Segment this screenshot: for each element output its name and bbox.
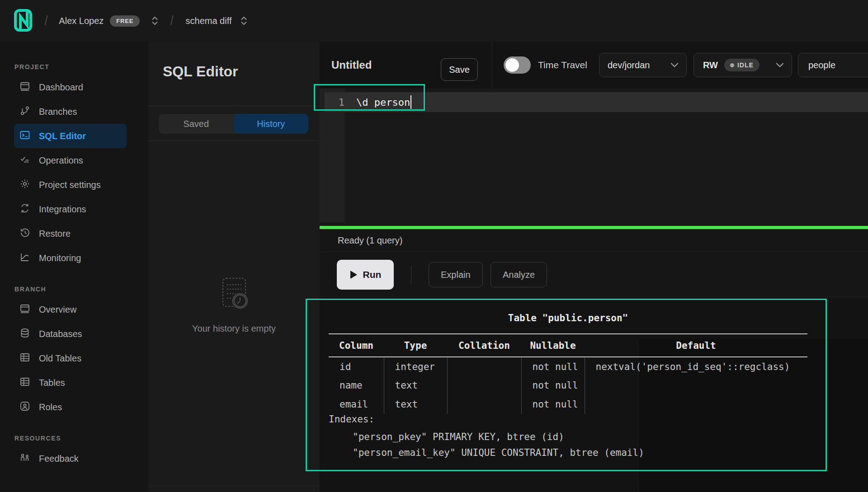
sidebar-nav: PROJECT Dashboard Branches SQL Editor Op… xyxy=(0,42,148,492)
sidebar-item-label: Tables xyxy=(39,378,65,388)
tab-history[interactable]: History xyxy=(234,114,309,134)
column-header: Column xyxy=(329,334,384,357)
query-success-bar xyxy=(320,226,868,229)
cell-default: nextval('person_id_seq'::regclass) xyxy=(585,357,807,376)
run-button[interactable]: Run xyxy=(337,260,394,290)
sidebar-section-branch: BRANCH xyxy=(0,286,148,293)
sql-editor-icon xyxy=(19,130,30,142)
neon-console: / Alex Lopez FREE / schema diff PROJECT … xyxy=(0,0,868,492)
database-select[interactable]: people xyxy=(798,53,868,77)
overview-icon xyxy=(19,303,30,316)
sidebar-item-operations[interactable]: Operations xyxy=(14,148,127,173)
sidebar-item-label: Roles xyxy=(39,402,62,412)
sidebar-item-label: Project settings xyxy=(39,180,101,190)
analyze-button[interactable]: Analyze xyxy=(491,262,547,287)
compute-type: RW xyxy=(703,60,718,70)
chevron-down-icon xyxy=(670,62,679,68)
sidebar-item-feedback[interactable]: Feedback xyxy=(14,446,127,471)
sidebar-item-monitoring[interactable]: Monitoring xyxy=(14,246,127,270)
sidebar-item-overview[interactable]: Overview xyxy=(14,297,127,322)
cell-collation xyxy=(447,395,521,414)
cell-collation xyxy=(447,357,521,376)
tabs-row: Saved History xyxy=(148,106,320,141)
database-icon xyxy=(19,328,30,340)
cell-default xyxy=(585,395,807,414)
branch-switcher-chevrons-icon[interactable] xyxy=(241,15,247,26)
sidebar-item-sql-editor[interactable]: SQL Editor xyxy=(14,124,127,148)
code-text: \d person xyxy=(356,97,410,108)
cell-type: text xyxy=(384,395,447,414)
saved-history-tab-group: Saved History xyxy=(159,114,308,134)
sidebar-item-databases[interactable]: Databases xyxy=(14,322,127,346)
breadcrumb-separator: / xyxy=(45,13,48,28)
editor-header: Untitled Save Time Travel dev/jordan RW … xyxy=(320,42,868,89)
integrations-icon xyxy=(19,203,30,216)
sidebar-item-label: Integrations xyxy=(39,204,86,215)
sidebar-item-label: Dashboard xyxy=(39,82,83,93)
save-button[interactable]: Save xyxy=(441,58,478,81)
toggle-knob xyxy=(505,58,519,72)
sidebar-item-dashboard[interactable]: Dashboard xyxy=(14,75,127,99)
explain-button[interactable]: Explain xyxy=(429,262,483,287)
breadcrumb-separator: / xyxy=(170,13,174,28)
cell-default xyxy=(585,376,807,395)
dashboard-icon xyxy=(19,81,30,94)
plan-badge: FREE xyxy=(110,15,140,27)
sidebar-item-roles[interactable]: Roles xyxy=(14,395,127,419)
sidebar-item-label: Restore xyxy=(39,229,71,239)
git-branch-icon xyxy=(19,105,30,118)
cell-nullable: not null xyxy=(521,395,585,414)
sidebar-item-restore[interactable]: Restore xyxy=(14,221,127,246)
empty-history-text: Your history is empty xyxy=(148,323,320,334)
project-switcher-chevrons-icon[interactable] xyxy=(151,15,158,26)
time-travel-toggle[interactable] xyxy=(504,56,531,74)
tab-saved[interactable]: Saved xyxy=(159,114,234,134)
cell-type: text xyxy=(384,376,447,395)
status-dot-icon xyxy=(730,63,734,67)
cell-nullable: not null xyxy=(521,376,585,395)
sidebar-item-label: Monitoring xyxy=(39,253,81,263)
column-header: Type xyxy=(384,334,447,357)
top-bar: / Alex Lopez FREE / schema diff xyxy=(0,0,868,42)
status-text: Ready (1 query) xyxy=(338,235,402,246)
branch-select[interactable]: dev/jordan xyxy=(599,53,687,77)
index-entry: "person_pkey" PRIMARY KEY, btree (id) xyxy=(353,431,564,442)
branch-breadcrumb[interactable]: schema diff xyxy=(186,16,232,26)
restore-history-icon xyxy=(19,227,30,240)
compute-status-badge: IDLE xyxy=(724,59,760,71)
text-cursor xyxy=(410,95,411,109)
branch-select-value: dev/jordan xyxy=(608,60,650,70)
table-icon xyxy=(19,376,30,389)
column-header: Default xyxy=(585,334,807,357)
sidebar-item-integrations[interactable]: Integrations xyxy=(14,197,127,221)
sidebar-item-label: Overview xyxy=(39,305,76,315)
user-name[interactable]: Alex Lopez xyxy=(59,16,104,26)
table-row: name text not null xyxy=(329,376,807,395)
run-button-label: Run xyxy=(363,269,382,280)
page-title: SQL Editor xyxy=(163,63,238,80)
sidebar-item-label: Operations xyxy=(39,155,83,166)
sidebar-item-project-settings[interactable]: Project settings xyxy=(14,173,127,197)
cell-collation xyxy=(447,376,521,395)
neon-logo-icon[interactable] xyxy=(14,9,33,33)
result-table-title: Table "public.person" xyxy=(329,313,807,323)
sidebar-item-tables[interactable]: Tables xyxy=(14,370,127,395)
sidebar-item-old-tables[interactable]: Old Tables xyxy=(14,346,127,370)
code-editor[interactable]: 1 \d person xyxy=(320,89,868,229)
compute-select[interactable]: RW IDLE xyxy=(693,53,792,77)
query-title[interactable]: Untitled xyxy=(331,59,372,71)
action-row: Run Explain Analyze xyxy=(320,252,868,297)
sidebar-item-label: Databases xyxy=(39,329,82,339)
sidebar-item-label: Feedback xyxy=(39,454,79,464)
history-empty-state: Your history is empty xyxy=(148,276,320,334)
action-divider xyxy=(411,266,411,284)
chevron-down-icon xyxy=(775,62,784,68)
table-row: id integer not null nextval('person_id_s… xyxy=(329,357,807,376)
panel-footer-divider xyxy=(149,486,320,486)
database-select-value: people xyxy=(808,60,835,70)
cell-column: email xyxy=(329,395,384,414)
indexes-label: Indexes: xyxy=(329,414,374,425)
sidebar-item-branches[interactable]: Branches xyxy=(14,99,127,124)
cell-type: integer xyxy=(384,357,447,376)
editor-active-line[interactable]: 1 \d person xyxy=(325,92,868,112)
